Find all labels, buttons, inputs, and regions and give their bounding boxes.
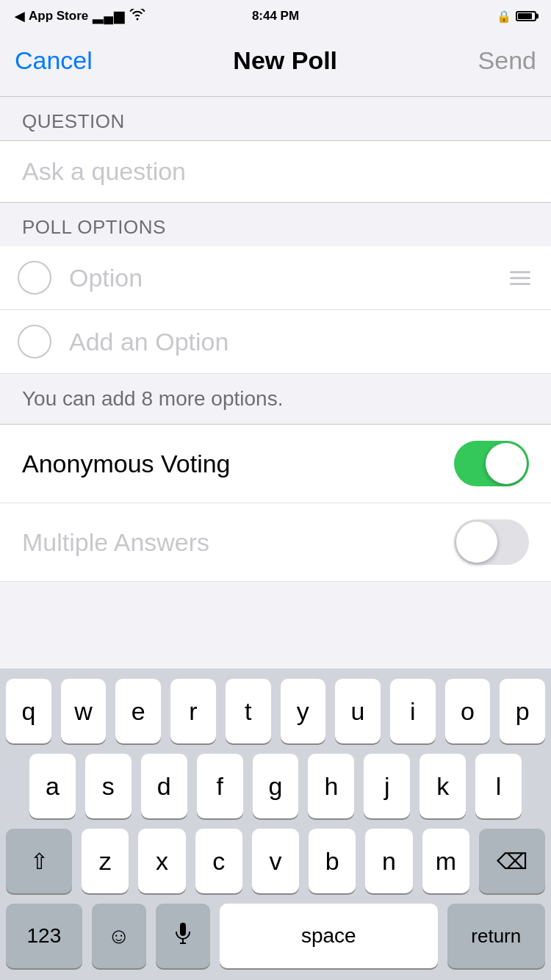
lock-icon: 🔒 [497,10,511,24]
key-q[interactable]: q [6,679,51,743]
option-row-2[interactable]: Add an Option [0,310,551,374]
keyboard-row-3: ⇧ z x c v b n m ⌫ [0,818,551,893]
question-input-area [0,141,551,203]
key-d[interactable]: d [141,754,187,818]
key-b[interactable]: b [309,829,356,893]
key-g[interactable]: g [253,754,299,818]
key-n[interactable]: n [365,829,412,893]
key-e[interactable]: e [115,679,161,743]
emoji-key[interactable]: ☺ [92,904,146,968]
key-h[interactable]: h [308,754,354,818]
key-z[interactable]: z [82,829,129,893]
question-input[interactable] [0,141,551,202]
key-o[interactable]: o [445,679,491,743]
key-t[interactable]: t [226,679,271,743]
anonymous-voting-toggle[interactable] [454,441,529,486]
option-2-text: Add an Option [69,328,533,356]
status-carrier: ◀ App Store ▂▄▆ [15,8,145,24]
keyboard-row-1: q w e r t y u i o p [0,669,551,743]
keyboard-row-2: a s d f g h j k l [0,743,551,818]
numbers-key[interactable]: 123 [6,904,82,968]
shift-key[interactable]: ⇧ [6,829,72,893]
send-button[interactable]: Send [478,46,536,75]
multiple-answers-label: Multiple Answers [22,528,209,557]
mic-icon [174,923,192,950]
return-key[interactable]: return [447,904,545,968]
key-w[interactable]: w [61,679,107,743]
key-v[interactable]: v [252,829,299,893]
anonymous-voting-label: Anonymous Voting [22,450,231,478]
poll-options-header: POLL OPTIONS [0,203,551,246]
battery-icon [516,11,536,21]
toggle-knob-anonymous [486,443,527,484]
toggle-knob-multiple [456,522,497,563]
key-s[interactable]: s [85,754,132,818]
key-p[interactable]: p [500,679,545,743]
option-circle-2 [18,325,51,359]
signal-icon: ▂▄▆ [93,8,125,24]
status-time: 8:44 PM [252,9,299,24]
mic-key[interactable] [156,904,210,968]
shift-icon: ⇧ [30,849,48,874]
backspace-key[interactable]: ⌫ [479,829,545,893]
key-j[interactable]: j [364,754,410,818]
key-y[interactable]: y [281,679,326,743]
page-title: New Poll [233,46,337,75]
space-key[interactable]: space [220,904,438,968]
key-k[interactable]: k [419,754,466,818]
option-1-text: Option [69,264,489,292]
options-container: Option Add an Option [0,246,551,374]
keyboard-bottom-row: 123 ☺ space return [0,893,551,980]
question-section-header: QUESTION [0,97,551,141]
key-c[interactable]: c [195,829,242,893]
key-a[interactable]: a [29,754,76,818]
key-i[interactable]: i [390,679,436,743]
keyboard: q w e r t y u i o p a s d f g h j k l ⇧ … [0,669,551,980]
backspace-icon: ⌫ [497,849,527,874]
svg-rect-0 [180,923,186,936]
drag-handle-1[interactable] [507,268,533,288]
key-u[interactable]: u [335,679,381,743]
nav-bar: Cancel New Poll Send [0,32,551,97]
back-arrow: ◀ [15,9,24,24]
anonymous-voting-row: Anonymous Voting [0,425,551,503]
key-m[interactable]: m [422,829,469,893]
key-x[interactable]: x [138,829,185,893]
key-r[interactable]: r [170,679,216,743]
option-circle-1 [18,261,51,295]
wifi-icon [129,9,145,24]
cancel-button[interactable]: Cancel [15,46,93,75]
toggle-section: Anonymous Voting Multiple Answers [0,425,551,582]
multiple-answers-row: Multiple Answers [0,503,551,582]
status-bar: ◀ App Store ▂▄▆ 8:44 PM 🔒 [0,0,551,32]
multiple-answers-toggle[interactable] [454,519,529,565]
option-row-1: Option [0,246,551,310]
emoji-icon: ☺ [108,923,131,948]
status-right: 🔒 [497,10,536,24]
more-options-text: You can add 8 more options. [0,374,551,425]
key-l[interactable]: l [475,754,522,818]
key-f[interactable]: f [197,754,243,818]
